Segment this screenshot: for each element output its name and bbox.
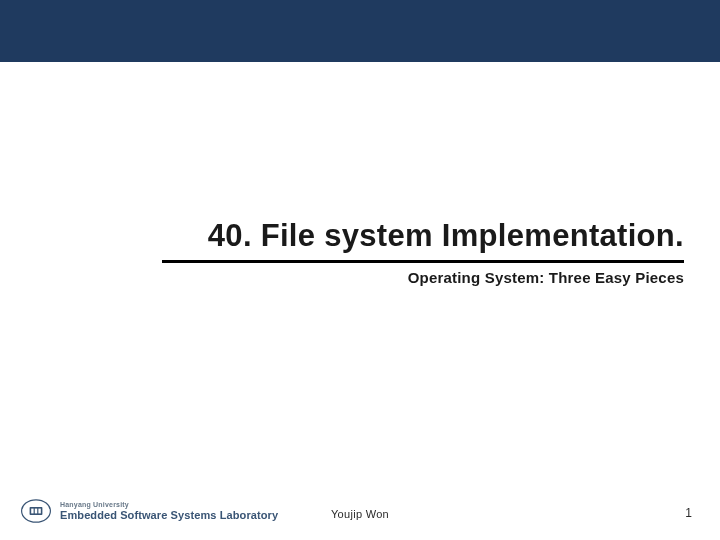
university-name: Hanyang University — [60, 501, 278, 509]
lab-name: Embedded Software Systems Laboratory — [60, 509, 278, 521]
page-number: 1 — [685, 506, 692, 520]
author-name: Youjip Won — [331, 508, 389, 520]
slide-subtitle: Operating System: Three Easy Pieces — [162, 269, 684, 286]
svg-rect-4 — [38, 509, 40, 514]
header-bar — [0, 0, 720, 62]
footer: Hanyang University Embedded Software Sys… — [0, 486, 720, 526]
svg-rect-3 — [35, 509, 37, 514]
lab-text-block: Hanyang University Embedded Software Sys… — [60, 501, 278, 521]
slide-title: 40. File system Implementation. — [162, 218, 684, 260]
university-logo-icon — [20, 498, 52, 524]
title-block: 40. File system Implementation. Operatin… — [162, 218, 684, 286]
title-underline — [162, 260, 684, 263]
svg-rect-2 — [31, 509, 33, 514]
lab-affiliation: Hanyang University Embedded Software Sys… — [20, 498, 278, 524]
